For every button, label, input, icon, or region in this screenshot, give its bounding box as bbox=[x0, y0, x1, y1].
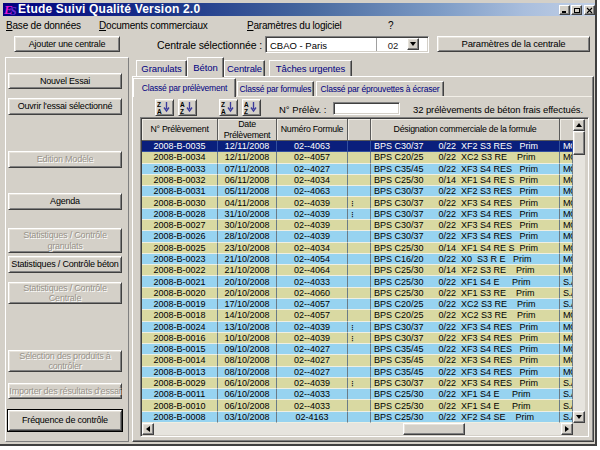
svg-text:A: A bbox=[157, 108, 162, 114]
svg-text:Z: Z bbox=[157, 101, 161, 108]
svg-text:A: A bbox=[244, 101, 249, 108]
svg-text:Z: Z bbox=[244, 108, 248, 114]
svg-text:S: S bbox=[10, 4, 17, 16]
svg-text:A: A bbox=[180, 101, 185, 108]
svg-text:Z: Z bbox=[221, 101, 225, 108]
svg-text:Z: Z bbox=[180, 108, 184, 114]
svg-text:A: A bbox=[221, 108, 226, 114]
